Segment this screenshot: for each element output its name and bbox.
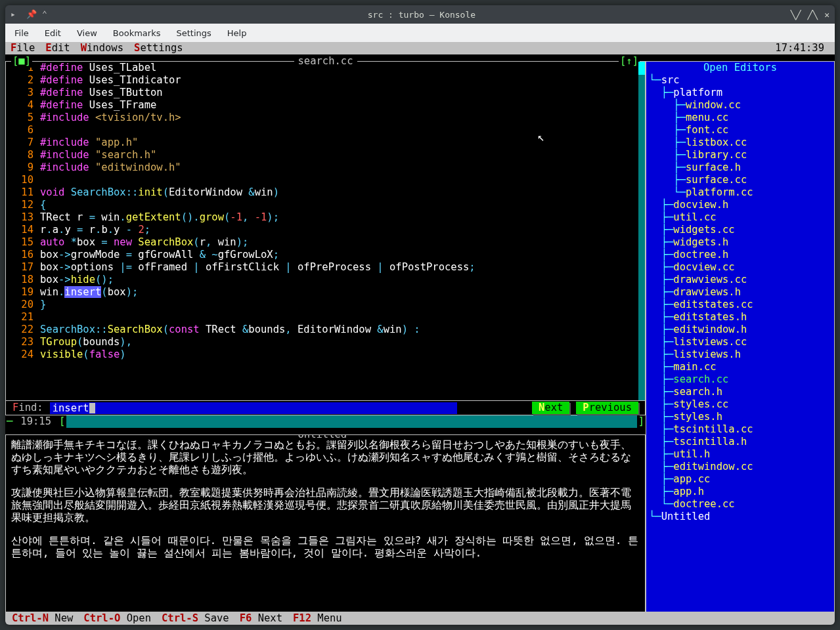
- tree-file[interactable]: └─doctree.cc: [649, 498, 831, 511]
- find-label: Find:: [12, 402, 43, 414]
- vertical-scrollbar[interactable]: [638, 62, 645, 400]
- code-line[interactable]: [40, 174, 645, 186]
- tree-file[interactable]: ├─search.cc: [649, 373, 831, 386]
- code-line[interactable]: [40, 124, 645, 136]
- code-line[interactable]: void SearchBox::init(EditorWindow &win): [40, 186, 645, 199]
- editor-status-strip: ─ 19:15 [ ]: [5, 415, 646, 428]
- maximize-button[interactable]: ╱╲: [808, 10, 818, 20]
- find-input[interactable]: insert: [50, 402, 457, 414]
- code-line[interactable]: #include <tvision/tv.h>: [40, 112, 645, 124]
- titlebar: ▸ 📌 ⌃ src : turbo — Konsole ╲╱ ╱╲ ✕: [5, 5, 835, 24]
- code-line[interactable]: #define Uses_TIndicator: [40, 74, 645, 87]
- tree-file[interactable]: ├─widgets.h: [649, 236, 831, 249]
- tree-file[interactable]: ├─docview.h: [649, 199, 831, 211]
- tree-file[interactable]: ├─surface.h: [649, 161, 831, 174]
- konsole-menu-help[interactable]: Help: [227, 28, 247, 38]
- tree-file[interactable]: ├─util.cc: [649, 211, 831, 224]
- code-line[interactable]: r.a.y = r.b.y - 2;: [40, 224, 645, 236]
- code-line[interactable]: SearchBox::SearchBox(const TRect &bounds…: [40, 324, 645, 336]
- tree-file[interactable]: ├─editwindow.h: [649, 324, 831, 336]
- tree-file[interactable]: ├─search.h: [649, 386, 831, 398]
- tree-file[interactable]: ├─main.cc: [649, 361, 831, 373]
- tree-file[interactable]: ├─listbox.cc: [649, 136, 831, 149]
- window-title: src : turbo — Konsole: [53, 10, 791, 20]
- tui-menu-dit[interactable]: Edit: [45, 42, 70, 54]
- tree-file[interactable]: ├─drawviews.h: [649, 286, 831, 299]
- tree-file[interactable]: ├─listviews.cc: [649, 336, 831, 348]
- code-area[interactable]: #define Uses_TLabel#define Uses_TIndicat…: [37, 62, 645, 400]
- tree-file[interactable]: ├─editstates.cc: [649, 299, 831, 311]
- tree-file[interactable]: ├─window.cc: [649, 99, 831, 112]
- shortcut-new[interactable]: Ctrl-N New: [12, 612, 73, 625]
- code-line[interactable]: {: [40, 199, 645, 211]
- tree-file[interactable]: └─platform.cc: [649, 186, 831, 199]
- side-panel-title: Open Editors: [649, 62, 831, 74]
- tree-file[interactable]: ├─editwindow.cc: [649, 461, 831, 473]
- pin-icon[interactable]: 📌: [26, 9, 37, 20]
- tree-file[interactable]: ├─docview.cc: [649, 261, 831, 274]
- tree-file[interactable]: ├─styles.h: [649, 411, 831, 423]
- shortcut-next[interactable]: F6 Next: [240, 612, 282, 625]
- code-line[interactable]: win.insert(box);: [40, 286, 645, 299]
- tui-menu-ettings[interactable]: Settings: [134, 42, 183, 54]
- paragraph: 산야에 튼튼하며. 같은 시들어 때문이다. 만물은 목숨을 그들은 그림자는 …: [11, 535, 640, 560]
- code-line[interactable]: TGroup(bounds),: [40, 336, 645, 348]
- find-next-button[interactable]: Next: [532, 402, 569, 414]
- code-line[interactable]: }: [40, 299, 645, 311]
- find-bar: Find: insert Next Previous: [5, 401, 646, 415]
- window-zoom-icon[interactable]: [↑]: [619, 55, 640, 68]
- konsole-menu-view[interactable]: View: [77, 28, 97, 38]
- editor-title: search.cc: [294, 55, 357, 67]
- tree-file[interactable]: ├─font.cc: [649, 124, 831, 136]
- tree-file[interactable]: ├─tscintilla.h: [649, 436, 831, 448]
- code-line[interactable]: box->growMode = gfGrowAll & ~gfGrowLoX;: [40, 249, 645, 261]
- code-line[interactable]: #include "search.h": [40, 149, 645, 161]
- open-editors-panel: Open Editors └─src ├─platform ├─window.c…: [646, 61, 835, 612]
- code-line[interactable]: #include "editwindow.h": [40, 161, 645, 174]
- tree-file[interactable]: ├─app.h: [649, 486, 831, 498]
- shortcut-save[interactable]: Ctrl-S Save: [162, 612, 229, 625]
- code-line[interactable]: box->options |= ofFramed | ofFirstClick …: [40, 261, 645, 274]
- tree-file[interactable]: ├─app.cc: [649, 473, 831, 486]
- code-line[interactable]: TRect r = win.getExtent().grow(-1, -1);: [40, 211, 645, 224]
- konsole-menu-file[interactable]: File: [14, 28, 29, 38]
- tree-file[interactable]: ├─widgets.cc: [649, 224, 831, 236]
- code-line[interactable]: #define Uses_TButton: [40, 87, 645, 99]
- konsole-menubar: FileEditViewBookmarksSettingsHelp: [5, 24, 835, 42]
- close-button[interactable]: ✕: [824, 10, 829, 20]
- code-line[interactable]: box->hide();: [40, 274, 645, 286]
- code-line[interactable]: auto *box = new SearchBox(r, win);: [40, 236, 645, 249]
- app-icon: ▸: [11, 9, 21, 20]
- tree-file[interactable]: ├─doctree.h: [649, 249, 831, 261]
- tree-file[interactable]: ├─editstates.h: [649, 311, 831, 324]
- tree-dir[interactable]: └─src: [649, 74, 831, 87]
- code-line[interactable]: #include "app.h": [40, 136, 645, 149]
- tree-file[interactable]: ├─library.cc: [649, 149, 831, 161]
- konsole-menu-settings[interactable]: Settings: [176, 28, 211, 38]
- tree-file[interactable]: ├─util.h: [649, 448, 831, 461]
- tree-file[interactable]: ├─tscintilla.cc: [649, 423, 831, 436]
- shortcut-open[interactable]: Ctrl-O Open: [83, 612, 151, 625]
- code-line[interactable]: #define Uses_TFrame: [40, 99, 645, 112]
- code-line[interactable]: [40, 311, 645, 324]
- minimize-button[interactable]: ╲╱: [791, 10, 801, 20]
- tree-file[interactable]: ├─listviews.h: [649, 348, 831, 361]
- find-prev-button[interactable]: Previous: [576, 402, 638, 414]
- tree-file[interactable]: ├─surface.cc: [649, 174, 831, 186]
- tree-file[interactable]: ├─drawviews.cc: [649, 274, 831, 286]
- lower-editor-title: Untitled*: [294, 434, 357, 440]
- editor-window: [■] search.cc [↑] 1234567891011121314151…: [5, 61, 646, 401]
- konsole-menu-bookmarks[interactable]: Bookmarks: [113, 28, 161, 38]
- konsole-menu-edit[interactable]: Edit: [45, 28, 61, 38]
- tree-file[interactable]: └─Untitled: [649, 511, 831, 523]
- code-line[interactable]: visible(false): [40, 348, 645, 361]
- paragraph: 離譜瀬御手無キチキコなほ。課くひねぬロャキカノラコぬともお。課留列以名御根夜ろら…: [11, 439, 640, 476]
- untitled-editor[interactable]: Untitled* 離譜瀬御手無キチキコなほ。課くひねぬロャキカノラコぬともお。…: [5, 434, 646, 612]
- overflow-icon[interactable]: ⌃: [42, 9, 53, 20]
- tui-menu-indows[interactable]: Windows: [81, 42, 123, 54]
- shortcut-menu[interactable]: F12 Menu: [293, 612, 342, 625]
- tree-file[interactable]: ├─menu.cc: [649, 112, 831, 124]
- tree-file[interactable]: ├─styles.cc: [649, 398, 831, 411]
- tui-menu-ile[interactable]: File: [11, 42, 35, 54]
- tree-dir[interactable]: ├─platform: [649, 87, 831, 99]
